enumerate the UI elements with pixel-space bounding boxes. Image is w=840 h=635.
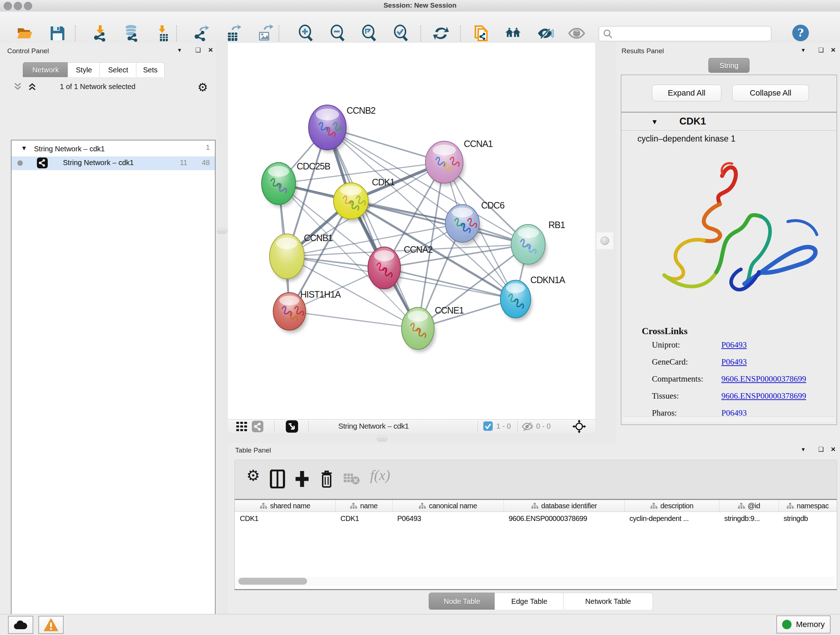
column-header-namespac[interactable]: namespac bbox=[778, 500, 837, 511]
right-splitter[interactable] bbox=[595, 43, 617, 443]
hide-selected-icon[interactable] bbox=[537, 25, 554, 42]
warning-button[interactable] bbox=[38, 616, 64, 634]
export-table-icon[interactable] bbox=[224, 25, 242, 42]
control-panel-maximize-icon[interactable]: ❑ bbox=[195, 46, 201, 54]
export-image-icon[interactable] bbox=[256, 25, 273, 42]
edge-CCNA2-CDKN1A[interactable] bbox=[384, 268, 515, 299]
cloud-status-button[interactable] bbox=[8, 616, 33, 634]
results-panel-maximize-icon[interactable]: ❑ bbox=[818, 46, 824, 54]
hidden-eye-icon[interactable] bbox=[522, 421, 533, 433]
tab-network-table[interactable]: Network Table bbox=[563, 593, 653, 610]
table-cell-namespac[interactable]: stringdb bbox=[778, 515, 837, 525]
gene-collapse-triangle-icon[interactable]: ▼ bbox=[651, 118, 658, 126]
open-session-icon[interactable] bbox=[16, 25, 34, 42]
node-CDC6[interactable] bbox=[445, 204, 481, 245]
control-panel-float-icon[interactable]: ▾ bbox=[178, 46, 181, 54]
tab-select[interactable]: Select bbox=[99, 62, 137, 77]
apply-layout-icon[interactable] bbox=[432, 25, 450, 42]
edge-HIST1H1A-CCNE1[interactable] bbox=[289, 311, 418, 328]
table-panel-close-icon[interactable]: ✕ bbox=[831, 446, 836, 453]
node-CCNB1[interactable] bbox=[270, 234, 306, 281]
tab-node-table[interactable]: Node Table bbox=[429, 593, 495, 610]
network-collection-row[interactable]: ▼ String Network – cdk1 1 bbox=[11, 143, 215, 157]
zoom-in-icon[interactable] bbox=[297, 25, 315, 42]
node-CCNB2[interactable] bbox=[309, 105, 347, 152]
results-scrollbar-track[interactable] bbox=[623, 416, 835, 422]
horizontal-splitter[interactable] bbox=[228, 433, 616, 443]
delete-column-icon[interactable] bbox=[319, 470, 335, 490]
search-input[interactable] bbox=[615, 27, 768, 40]
table-cell-description[interactable]: cyclin-dependent ... bbox=[624, 515, 719, 525]
function-builder-icon[interactable]: f(x) bbox=[370, 467, 390, 484]
node-CCNA2[interactable] bbox=[368, 247, 402, 291]
table-panel-float-icon[interactable]: ▾ bbox=[802, 446, 805, 453]
save-session-icon[interactable] bbox=[49, 25, 66, 42]
column-header-canonical-name[interactable]: canonical name bbox=[392, 500, 504, 511]
crosslink-value-uniprot-[interactable]: P06493 bbox=[722, 340, 747, 350]
import-network-database-icon[interactable] bbox=[123, 25, 141, 42]
show-columns-icon[interactable] bbox=[270, 470, 286, 490]
node-CCNA1[interactable] bbox=[425, 141, 464, 186]
tab-style[interactable]: Style bbox=[68, 62, 100, 77]
table-hscrollbar-thumb[interactable] bbox=[238, 578, 307, 585]
left-splitter-handle[interactable] bbox=[217, 228, 227, 233]
column-type-icon bbox=[786, 502, 794, 509]
show-selected-icon[interactable] bbox=[568, 25, 585, 42]
node-count: 11 bbox=[180, 158, 187, 167]
import-network-file-icon[interactable] bbox=[92, 25, 109, 42]
tab-sets[interactable]: Sets bbox=[136, 62, 164, 77]
show-all-networks-icon[interactable] bbox=[505, 25, 522, 42]
table-cell-database-identifier[interactable]: 9606.ENSP00000378699 bbox=[504, 515, 624, 525]
column-header-name[interactable]: name bbox=[335, 500, 393, 511]
expand-all-button[interactable]: Expand All bbox=[652, 85, 722, 101]
column-header--id[interactable]: @id bbox=[719, 500, 779, 511]
collapse-triangle-icon[interactable]: ▼ bbox=[21, 145, 27, 152]
node-CDK1[interactable] bbox=[333, 183, 370, 222]
node-RB1[interactable] bbox=[511, 225, 546, 267]
grid-view-icon[interactable] bbox=[236, 421, 248, 434]
node-CDKN1A[interactable] bbox=[500, 280, 532, 321]
crosslink-value-compartments-[interactable]: 9606.ENSP00000378699 bbox=[722, 374, 806, 384]
zoom-fit-icon[interactable] bbox=[361, 25, 378, 42]
table-settings-gear-icon[interactable]: ⚙ bbox=[246, 467, 260, 485]
table-cell-name[interactable]: CDK1 bbox=[335, 515, 392, 525]
network-view-mode-icon[interactable] bbox=[252, 421, 264, 434]
tab-edge-table[interactable]: Edge Table bbox=[494, 593, 564, 610]
results-panel-close-icon[interactable]: ✕ bbox=[831, 46, 836, 54]
help-button[interactable]: ? bbox=[792, 25, 809, 41]
collapse-all-button[interactable]: Collapse All bbox=[732, 85, 809, 101]
export-network-icon[interactable] bbox=[193, 25, 210, 42]
crosslink-value-genecard-[interactable]: P06493 bbox=[722, 357, 747, 367]
network-options-gear-icon[interactable]: ⚙ bbox=[197, 80, 208, 94]
table-cell--id[interactable]: stringdb:9... bbox=[719, 515, 778, 525]
memory-button[interactable]: Memory bbox=[776, 616, 831, 633]
zoom-out-icon[interactable] bbox=[329, 25, 347, 42]
fit-content-crosshair-icon[interactable] bbox=[572, 420, 586, 435]
crosslink-value-tissues-[interactable]: 9606.ENSP00000378699 bbox=[722, 391, 806, 401]
tab-string[interactable]: String bbox=[708, 58, 750, 73]
edge-CCNB2-CCNE1[interactable] bbox=[327, 127, 418, 328]
import-table-file-icon[interactable] bbox=[155, 25, 172, 42]
horizontal-splitter-handle[interactable] bbox=[377, 436, 387, 441]
selected-checkbox-icon[interactable] bbox=[483, 421, 493, 432]
add-column-icon[interactable] bbox=[294, 470, 310, 490]
results-panel-float-icon[interactable]: ▾ bbox=[802, 46, 805, 54]
delete-table-icon[interactable] bbox=[343, 473, 360, 486]
left-splitter[interactable] bbox=[216, 43, 228, 614]
table-cell-shared-name[interactable]: CDK1 bbox=[235, 515, 335, 525]
right-splitter-handle[interactable] bbox=[597, 233, 613, 249]
duplicate-network-icon[interactable] bbox=[473, 25, 491, 42]
column-header-shared-name[interactable]: shared name bbox=[235, 500, 336, 511]
table-panel-maximize-icon[interactable]: ❑ bbox=[818, 446, 824, 453]
zoom-selected-icon[interactable] bbox=[393, 25, 410, 42]
table-cell-canonical-name[interactable]: P06493 bbox=[392, 515, 504, 525]
table-hscrollbar-track[interactable] bbox=[235, 577, 835, 586]
tab-network[interactable]: Network bbox=[23, 62, 68, 77]
column-header-description[interactable]: description bbox=[624, 500, 720, 511]
network-view-canvas[interactable]: CCNB2CCNA1CDC25BCDK1CDC6RB1CCNB1CCNA2CDK… bbox=[228, 43, 595, 419]
node-CCNE1[interactable] bbox=[401, 307, 436, 352]
birdseye-view-icon[interactable] bbox=[286, 420, 298, 434]
control-panel-close-icon[interactable]: ✕ bbox=[208, 46, 213, 54]
network-row-selected[interactable]: String Network – cdk1 11 48 bbox=[11, 157, 215, 170]
column-header-database-identifier[interactable]: database identifier bbox=[504, 500, 625, 511]
